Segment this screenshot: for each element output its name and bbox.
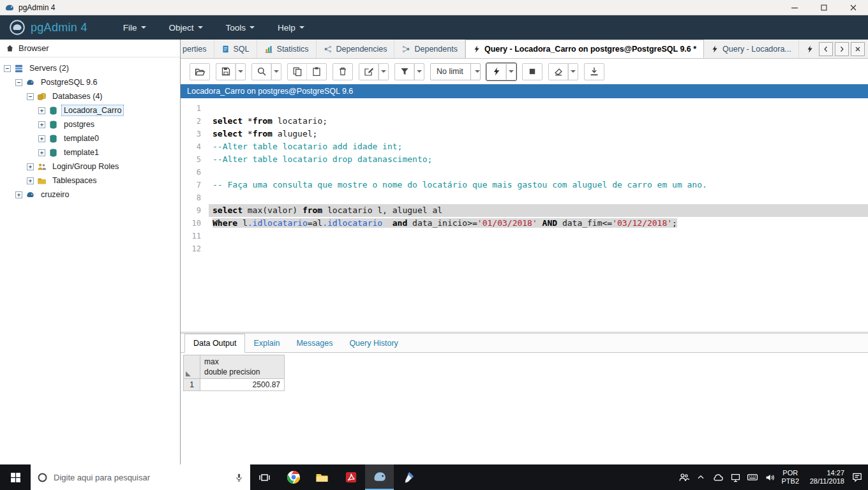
tab-perties[interactable]: perties bbox=[181, 40, 214, 58]
tree-item-tablespaces[interactable]: +Tablespaces bbox=[0, 174, 180, 188]
tab-dependents[interactable]: Dependents bbox=[394, 40, 465, 58]
menu-tools[interactable]: Tools bbox=[217, 18, 264, 38]
tree-item-login-group-roles[interactable]: +Login/Group Roles bbox=[0, 160, 180, 174]
save-button[interactable] bbox=[216, 64, 236, 80]
file-explorer-taskbar-button[interactable] bbox=[308, 464, 336, 490]
find-button[interactable] bbox=[252, 64, 271, 80]
maximize-button[interactable] bbox=[809, 0, 839, 15]
open-file-button[interactable] bbox=[190, 64, 209, 80]
tab-scroll-left-button[interactable] bbox=[819, 42, 833, 56]
chevron-up-icon[interactable] bbox=[695, 471, 707, 483]
expand-toggle-icon[interactable]: + bbox=[38, 135, 45, 142]
tree-item-template1[interactable]: +template1 bbox=[0, 145, 180, 160]
minimize-button[interactable] bbox=[780, 0, 809, 15]
sql-editor[interactable]: 12select *from locatario;3select *from a… bbox=[181, 98, 868, 332]
stop-button[interactable] bbox=[523, 64, 542, 80]
clear-dropdown-button[interactable] bbox=[568, 64, 578, 80]
tab-query-locadora-carro-on-postgres-postgresql-9-6[interactable]: Query - Locadora_Carro on postgres@Postg… bbox=[465, 40, 704, 58]
task-view-taskbar-button[interactable] bbox=[250, 464, 279, 490]
tab-query-history[interactable]: Query History bbox=[341, 334, 406, 352]
cell-value[interactable]: 2500.87 bbox=[200, 379, 285, 391]
code-line[interactable]: 5--Alter table locatario drop datanascim… bbox=[181, 153, 868, 166]
people-icon[interactable] bbox=[678, 471, 689, 483]
menu-file[interactable]: File bbox=[114, 18, 155, 38]
close-button[interactable] bbox=[839, 0, 868, 15]
tree-item-servers-2[interactable]: −Servers (2) bbox=[0, 61, 180, 75]
tab-dependencies[interactable]: Dependencies bbox=[317, 40, 395, 58]
tree-item-template0[interactable]: +template0 bbox=[0, 131, 180, 145]
code-line[interactable]: 11 bbox=[181, 230, 868, 242]
tab-data-output[interactable]: Data Output bbox=[184, 334, 245, 353]
row-limit-select[interactable]: No limit bbox=[430, 63, 481, 80]
acrobat-taskbar-button[interactable] bbox=[336, 464, 365, 490]
start-button[interactable] bbox=[0, 464, 31, 490]
paste-button[interactable] bbox=[307, 64, 326, 80]
menu-object[interactable]: Object bbox=[160, 18, 212, 38]
code-line[interactable]: 3select *from aluguel; bbox=[181, 128, 868, 140]
download-button[interactable] bbox=[585, 64, 604, 80]
action-center-icon[interactable] bbox=[850, 470, 864, 484]
code-line[interactable]: 1 bbox=[181, 102, 868, 115]
filter-button[interactable] bbox=[395, 64, 414, 80]
edit-dropdown-button[interactable] bbox=[378, 64, 388, 80]
tree-item-postgresql-9-6[interactable]: −PostgreSQL 9.6 bbox=[0, 75, 180, 89]
expand-toggle-icon[interactable]: + bbox=[15, 191, 22, 198]
code-line[interactable]: 2select *from locatario; bbox=[181, 115, 868, 128]
tree-item-postgres[interactable]: +postgres bbox=[0, 117, 180, 131]
tab-close-button[interactable] bbox=[851, 42, 865, 56]
chevron-down-icon[interactable] bbox=[470, 64, 480, 80]
collapse-toggle-icon[interactable]: − bbox=[15, 79, 22, 86]
tree-item-cruzeiro[interactable]: +cruzeiro bbox=[0, 188, 180, 202]
microphone-icon[interactable] bbox=[234, 473, 244, 482]
tab-messages[interactable]: Messages bbox=[288, 334, 341, 352]
code-line[interactable]: 6 bbox=[181, 166, 868, 179]
code-line[interactable]: 8 bbox=[181, 191, 868, 204]
code-line[interactable]: 7-- Faça uma consulta que mostre o nome … bbox=[181, 179, 868, 191]
code-line[interactable]: 4--Alter table locatario add idade int; bbox=[181, 140, 868, 153]
column-header-max[interactable]: max double precision bbox=[200, 355, 285, 379]
network-icon[interactable] bbox=[730, 471, 741, 483]
main-tabs: pertiesSQLStatisticsDependenciesDependen… bbox=[181, 40, 816, 58]
tab-scroll-right-button[interactable] bbox=[835, 42, 849, 56]
save-dropdown-button[interactable] bbox=[236, 64, 245, 80]
code-line[interactable]: 12 bbox=[181, 242, 868, 255]
copy-button[interactable] bbox=[288, 64, 307, 80]
tab-statistics[interactable]: Statistics bbox=[257, 40, 317, 58]
pgadmin-app-taskbar-button[interactable] bbox=[365, 464, 394, 490]
execute-button[interactable] bbox=[487, 64, 506, 80]
clear-button[interactable] bbox=[549, 64, 568, 80]
grid-select-all-corner[interactable] bbox=[184, 355, 200, 379]
execute-dropdown-button[interactable] bbox=[506, 64, 516, 80]
tab-query-locadora[interactable]: Query - Locadora... bbox=[704, 40, 799, 58]
delete-button[interactable] bbox=[333, 64, 352, 80]
row-number[interactable]: 1 bbox=[184, 379, 200, 391]
tree-item-locadora-carro[interactable]: +Locadora_Carro bbox=[0, 103, 180, 117]
edit-button[interactable] bbox=[359, 64, 378, 80]
tab-edit-data[interactable]: Edit Data bbox=[799, 40, 816, 58]
tab-sql[interactable]: SQL bbox=[214, 40, 257, 58]
tab-explain[interactable]: Explain bbox=[245, 334, 288, 352]
taskbar-clock[interactable]: 14:27 28/11/2018 bbox=[805, 469, 844, 486]
database-icon bbox=[49, 106, 58, 115]
code-line[interactable]: 10Where l.idlocatario=al.idlocatario and… bbox=[181, 217, 868, 230]
volume-icon[interactable] bbox=[764, 471, 775, 483]
filter-dropdown-button[interactable] bbox=[414, 64, 424, 80]
touch-keyboard-icon[interactable] bbox=[747, 471, 758, 483]
chrome-taskbar-button[interactable] bbox=[279, 464, 308, 490]
find-dropdown-button[interactable] bbox=[271, 64, 281, 80]
taskbar-search-input[interactable]: Digite aqui para pesquisar bbox=[31, 464, 250, 490]
expand-toggle-icon[interactable]: + bbox=[38, 121, 45, 128]
bolt-icon bbox=[711, 45, 719, 54]
collapse-toggle-icon[interactable]: − bbox=[4, 65, 11, 72]
code-line[interactable]: 9select max(valor) from locatario l, alu… bbox=[181, 204, 868, 217]
expand-toggle-icon[interactable]: + bbox=[38, 107, 45, 114]
menu-help[interactable]: Help bbox=[269, 18, 313, 38]
collapse-toggle-icon[interactable]: − bbox=[27, 93, 34, 100]
paint-taskbar-button[interactable] bbox=[394, 464, 423, 490]
expand-toggle-icon[interactable]: + bbox=[38, 149, 45, 156]
tree-item-databases-4[interactable]: −Databases (4) bbox=[0, 89, 180, 103]
expand-toggle-icon[interactable]: + bbox=[27, 177, 34, 184]
expand-toggle-icon[interactable]: + bbox=[27, 163, 34, 170]
language-indicator[interactable]: POR PTB2 bbox=[781, 469, 799, 486]
cloud-icon[interactable] bbox=[712, 471, 724, 483]
